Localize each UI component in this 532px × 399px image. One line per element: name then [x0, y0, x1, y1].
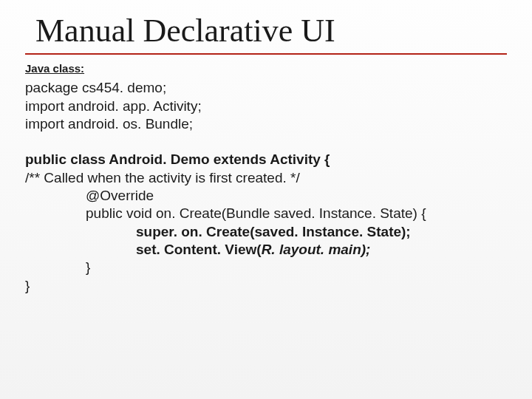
code-line-super-call: super. on. Create(saved. Instance. State…	[25, 223, 507, 241]
code-line-package: package cs454. demo;	[25, 79, 507, 97]
slide-container: Manual Declarative UI Java class: packag…	[0, 0, 532, 399]
code-line-override: @Override	[25, 187, 507, 205]
setcontent-arg: R. layout. main);	[262, 242, 371, 257]
title-underline	[25, 53, 507, 55]
section-label: Java class:	[25, 62, 507, 75]
code-line-inner-brace: }	[25, 259, 507, 276]
code-line-import-activity: import android. app. Activity;	[25, 98, 507, 115]
code-block-class: public class Android. Demo extends Activ…	[25, 151, 507, 295]
code-line-comment: /** Called when the activity is first cr…	[25, 169, 507, 187]
code-line-import-bundle: import android. os. Bundle;	[25, 115, 507, 133]
code-line-setcontent: set. Content. View(R. layout. main);	[25, 241, 507, 259]
code-line-outer-brace: }	[25, 277, 507, 295]
code-line-method-sig: public void on. Create(Bundle saved. Ins…	[25, 205, 507, 222]
setcontent-prefix: set. Content. View(	[136, 242, 262, 257]
code-line-class-decl: public class Android. Demo extends Activ…	[25, 151, 507, 168]
slide-title: Manual Declarative UI	[35, 13, 507, 49]
code-block-imports: package cs454. demo; import android. app…	[25, 79, 507, 133]
